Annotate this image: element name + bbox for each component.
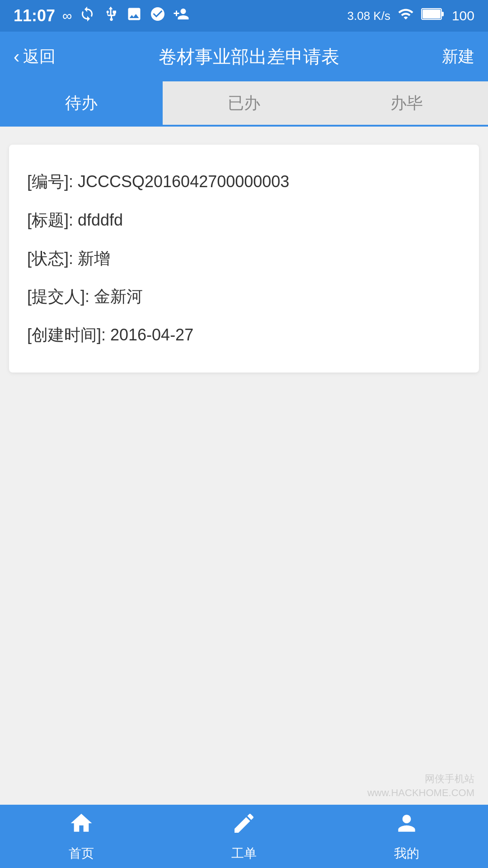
- tab-done[interactable]: 已办: [163, 81, 325, 125]
- watermark: 网侠手机站 www.HACKHOME.COM: [367, 772, 474, 800]
- workorder-label: 工单: [231, 845, 257, 862]
- content-area: [编号]: JCCCSQ2016042700000003 [标题]: dfddf…: [0, 127, 488, 391]
- edit-icon: [231, 811, 257, 841]
- label-create-time: [创建时间]:: [27, 326, 110, 344]
- tab-completed[interactable]: 办毕: [325, 81, 488, 125]
- status-time: 11:07: [14, 6, 55, 25]
- battery-outline-icon: [421, 7, 445, 24]
- status-bar-left: 11:07 ∞: [14, 6, 189, 26]
- svg-rect-2: [441, 12, 444, 16]
- nav-bar: ‹ 返回 卷材事业部出差申请表 新建: [0, 32, 488, 81]
- bottom-nav-home[interactable]: 首页: [69, 811, 94, 862]
- usb-icon: [103, 6, 119, 26]
- field-title: [标题]: dfddfd: [27, 201, 461, 240]
- tab-bar: 待办 已办 办毕: [0, 81, 488, 127]
- person-icon: [394, 811, 419, 841]
- back-button[interactable]: ‹ 返回: [14, 46, 56, 68]
- svg-rect-1: [422, 9, 441, 19]
- status-bar: 11:07 ∞ 3.08 K/s 100: [0, 0, 488, 32]
- bottom-nav-profile[interactable]: 我的: [394, 811, 419, 862]
- infinity-icon: ∞: [62, 8, 72, 24]
- person-add-icon: [173, 6, 189, 26]
- value-status: 新增: [78, 249, 110, 268]
- wifi-icon: [398, 6, 414, 26]
- home-icon: [69, 811, 94, 841]
- battery-level: 100: [452, 8, 474, 24]
- status-bar-right: 3.08 K/s 100: [347, 6, 474, 26]
- value-title: dfddfd: [78, 211, 123, 229]
- back-label: 返回: [23, 46, 56, 68]
- page-title: 卷材事业部出差申请表: [159, 44, 339, 69]
- image-icon: [126, 6, 142, 26]
- watermark-line2: www.HACKHOME.COM: [367, 786, 474, 800]
- label-status: [状态]:: [27, 249, 78, 268]
- field-create-time: [创建时间]: 2016-04-27: [27, 316, 461, 354]
- new-button[interactable]: 新建: [442, 46, 474, 68]
- value-number: JCCCSQ2016042700000003: [78, 172, 289, 191]
- label-number: [编号]:: [27, 172, 78, 191]
- profile-label: 我的: [394, 845, 419, 862]
- check-circle-icon: [150, 6, 166, 26]
- sync-icon: [79, 6, 95, 26]
- value-submitter: 金新河: [94, 287, 143, 306]
- field-status: [状态]: 新增: [27, 240, 461, 278]
- tab-pending[interactable]: 待办: [0, 81, 163, 125]
- back-arrow-icon: ‹: [14, 47, 19, 67]
- label-title: [标题]:: [27, 211, 78, 229]
- network-speed: 3.08 K/s: [347, 9, 390, 23]
- value-create-time: 2016-04-27: [110, 326, 193, 344]
- bottom-nav: 首页 工单 我的: [0, 805, 488, 868]
- field-submitter: [提交人]: 金新河: [27, 278, 461, 316]
- bottom-nav-workorder[interactable]: 工单: [231, 811, 257, 862]
- watermark-line1: 网侠手机站: [367, 772, 474, 786]
- application-card[interactable]: [编号]: JCCCSQ2016042700000003 [标题]: dfddf…: [9, 145, 479, 373]
- field-number: [编号]: JCCCSQ2016042700000003: [27, 163, 461, 201]
- home-label: 首页: [69, 845, 94, 862]
- label-submitter: [提交人]:: [27, 287, 94, 306]
